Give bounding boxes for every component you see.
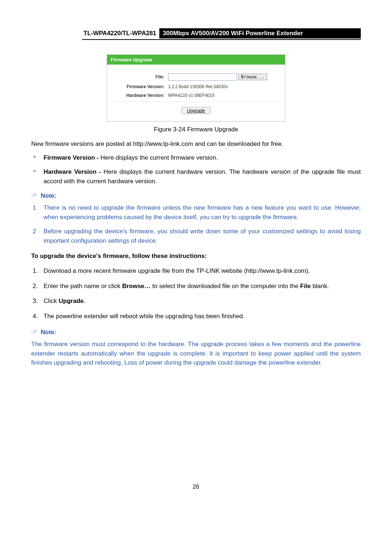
note2-paragraph: The firmware version must correspond to … [31, 340, 361, 368]
firmware-version-value: 1.2.2 Build 130306 Rel.34530n [168, 84, 228, 89]
file-label: File: [114, 74, 168, 79]
bullet-firmware-version: Firmware Version - Here displays the cur… [31, 153, 361, 163]
step-2: Enter the path name or click Browse… to … [31, 282, 361, 291]
step-1: Download a more recent firmware upgrade … [31, 266, 361, 276]
pointing-hand-icon: ☞ [31, 191, 38, 199]
bullet-fw-bold: Firmware Version - [44, 154, 101, 161]
browse-button[interactable]: Browse... [238, 74, 267, 80]
instructions-heading: To upgrade the device's firmware, follow… [31, 253, 361, 260]
bullet-fw-text: Here displays the current firmware versi… [101, 154, 218, 161]
step3-upgrade-bold: Upgrade [59, 297, 84, 304]
doc-model: TL-WPA4220/TL-WPA281 [82, 28, 159, 38]
page-number: 26 [31, 484, 361, 490]
note-label-1: Note: [41, 192, 56, 199]
note-heading-2: ☞Note: [31, 327, 361, 336]
firmware-upgrade-panel: Firmware Upgrade File: Browse... Firmwar… [107, 54, 285, 122]
hardware-version-label: Hardware Version: [114, 93, 168, 98]
pointing-hand-icon: ☞ [31, 328, 38, 336]
intro-paragraph: New firmware versions are posted at http… [31, 140, 361, 149]
note1-item-2: Before upgrading the device's firmware, … [31, 227, 361, 245]
panel-title: Firmware Upgrade [107, 55, 285, 65]
note1-item-1: There is no need to upgrade the firmware… [31, 203, 361, 222]
note-heading-1: ☞Note: [31, 191, 361, 200]
bullet-hw-bold: Hardware Version - [44, 168, 103, 175]
step2-a: Enter the path name or click [44, 283, 122, 290]
step3-c: . [84, 297, 86, 304]
note-label-2: Note: [41, 329, 56, 336]
upgrade-button[interactable]: Upgrade [181, 107, 211, 114]
step2-e: blank. [311, 283, 329, 290]
doc-header: TL-WPA4220/TL-WPA281 300Mbps AV500/AV200… [82, 28, 361, 40]
figure-caption: Figure 3-24 Firmware Upgrade [31, 126, 361, 133]
firmware-version-label: Firmware Version: [114, 84, 168, 89]
step2-c: to select the downloaded file on the com… [151, 283, 300, 290]
step3-a: Click [44, 297, 59, 304]
step2-browse-bold: Browse… [122, 283, 150, 290]
bullet-hardware-version: Hardware Version - Here displays the cur… [31, 167, 361, 186]
hardware-version-value: WPA4220 v1 08EF4015 [168, 93, 215, 98]
doc-product: 300Mbps AV500/AV200 WiFi Powerline Exten… [159, 28, 361, 38]
step2-file-bold: File [300, 283, 311, 290]
file-input[interactable] [168, 73, 237, 81]
step-3: Click Upgrade. [31, 296, 361, 306]
step-4: The powerline extender will reboot while… [31, 312, 361, 321]
